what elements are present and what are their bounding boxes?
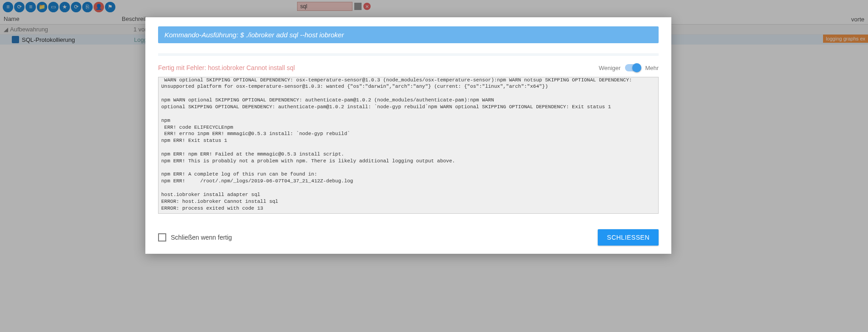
- close-on-done-checkbox[interactable]: [158, 233, 166, 241]
- command-title-label: Kommando-Ausführung:: [164, 31, 240, 39]
- status-row: Fertig mit Fehler: host.iobroker Cannot …: [158, 64, 659, 71]
- command-modal: Kommando-Ausführung: $ ./iobroker add sq…: [145, 17, 671, 254]
- close-on-done-label: Schließen wenn fertig: [171, 234, 598, 241]
- toggle-knob: [632, 63, 641, 72]
- log-output[interactable]: ERR! configure error gyp ERR! stack Erro…: [158, 77, 659, 214]
- error-message: Fertig mit Fehler: host.iobroker Cannot …: [158, 64, 599, 71]
- command-title-bar: Kommando-Ausführung: $ ./iobroker add sq…: [158, 26, 659, 43]
- divider: [158, 53, 659, 56]
- more-label: Mehr: [645, 65, 659, 71]
- command-title-cmd: $ ./iobroker add sql --host iobroker: [240, 31, 344, 39]
- modal-footer: Schließen wenn fertig SCHLIESSEN: [145, 221, 671, 254]
- less-label: Weniger: [599, 65, 620, 71]
- detail-toggle[interactable]: [625, 64, 640, 71]
- detail-toggle-wrap: Weniger Mehr: [599, 64, 659, 71]
- close-button[interactable]: SCHLIESSEN: [598, 229, 659, 246]
